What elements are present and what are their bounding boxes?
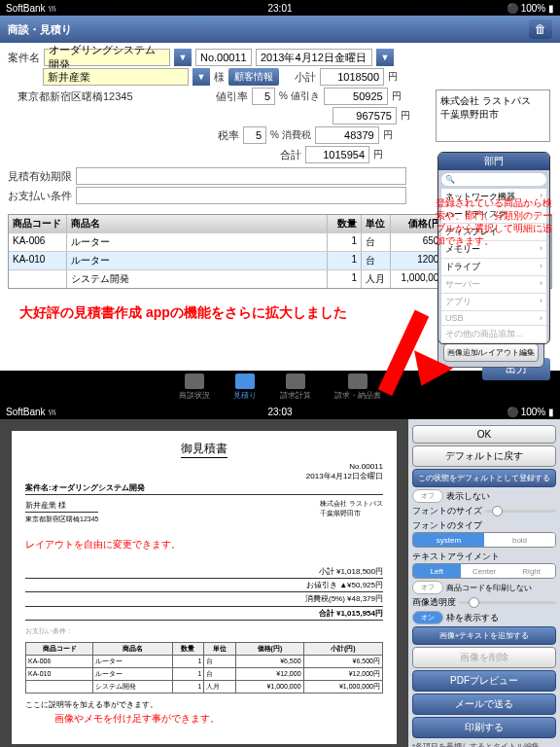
anken-label: 案件名: [8, 51, 40, 65]
arrow-annotation: [414, 313, 430, 401]
category-popup: 部門 🔍 ネットワーク機器› ハードディスク› ディスプレイ› メモリー› ドラ…: [438, 152, 550, 344]
tax-pct[interactable]: 5: [243, 126, 266, 144]
hide-toggle[interactable]: オフ: [412, 489, 443, 503]
popup-title: 部門: [438, 153, 549, 170]
status-bar: SoftBank ᯾ 23:01 ⚫ 100% ▮: [0, 0, 560, 16]
nocode-toggle[interactable]: オフ: [412, 581, 443, 594]
opacity-slider[interactable]: [459, 601, 556, 604]
date-field[interactable]: 2013年4月12日金曜日: [256, 49, 372, 66]
status-bar-2: SoftBank ᯾ 23:03 ⚫ 100% ▮: [0, 404, 560, 419]
after-discount: 967575: [332, 107, 397, 124]
font-size-slider[interactable]: [485, 510, 556, 513]
nav-bar: 商談・見積り 🗑: [0, 16, 560, 43]
mail-send-button[interactable]: メールで送る: [412, 694, 556, 715]
customer-info-button[interactable]: 顧客情報: [228, 68, 279, 86]
align-segment[interactable]: LeftCenterRight: [412, 563, 556, 579]
no-field[interactable]: No.00011: [195, 49, 252, 66]
lower-screenshot: 御見積書 No.000112013年4月12日金曜日 案件名:オーダリングシステ…: [0, 419, 560, 747]
doc-red-note-2: 画像やメモを付け足す事ができます。: [54, 712, 383, 726]
ok-button[interactable]: OK: [412, 425, 556, 444]
document[interactable]: 御見積書 No.000112013年4月12日金曜日 案件名:オーダリングシステ…: [12, 431, 397, 744]
delete-image-button[interactable]: 画像を削除: [412, 647, 556, 668]
frame-toggle[interactable]: オン: [412, 611, 443, 624]
tab-invoice[interactable]: 請求・納品書: [334, 374, 381, 401]
save-default-button[interactable]: この状態をデフォルトとして登録する: [412, 469, 556, 487]
popup-item[interactable]: USB›: [441, 311, 546, 326]
tax-field: 48379: [315, 126, 379, 144]
settings-panel: OK デフォルトに戻す この状態をデフォルトとして登録する オフ表示しない フォ…: [408, 419, 560, 747]
customer-box: 株式会社 ラストパス 千葉県野田市: [436, 89, 550, 142]
doc-summary: 小計 ¥1,018,500円 お値引き ▲¥50,925円 消費税(5%) ¥4…: [25, 565, 383, 621]
address: 東京都新宿区曙橋12345: [18, 89, 212, 104]
trash-icon[interactable]: 🗑: [529, 19, 552, 39]
red-annotation: 登録されている商品から検索や、部門、分類別のテーブルから選択して明細に追加できま…: [436, 196, 552, 247]
popup-search[interactable]: 🔍: [441, 173, 546, 186]
date-dropdown[interactable]: ▼: [376, 49, 394, 66]
add-image-button[interactable]: 画像+テキストを追加する: [412, 626, 556, 645]
popup-item[interactable]: アプリ›: [441, 294, 546, 311]
total-field: 1015954: [305, 146, 369, 163]
company-dropdown[interactable]: ▼: [192, 68, 210, 86]
side-footnote: *各項目を長押しするとタイトル編集: [412, 741, 556, 747]
reset-button[interactable]: デフォルトに戻す: [412, 445, 556, 467]
tax-label: 税率: [218, 128, 239, 143]
expiry-label: 見積有効期限: [8, 169, 72, 184]
anken-field[interactable]: オーダリングシステム開発: [44, 49, 170, 66]
anken-dropdown[interactable]: ▼: [174, 49, 192, 66]
pdf-preview-button[interactable]: PDFプレビュー: [412, 670, 556, 692]
doc-table: 商品コード商品名数量単位価格(円)小計(円) KA-006ルーター1台¥6,50…: [25, 642, 383, 694]
popup-item[interactable]: サーバー›: [441, 276, 546, 294]
expiry-field[interactable]: [76, 167, 406, 185]
discount-label: 値引率: [216, 89, 248, 104]
layout-button[interactable]: 画像追加/レイアウト編集: [443, 343, 539, 362]
form-area: 案件名 オーダリングシステム開発 ▼ No.00011 2013年4月12日金曜…: [0, 43, 560, 210]
payment-label: お支払い条件: [8, 189, 72, 203]
subtotal-label: 小計: [295, 70, 316, 85]
discount-pct[interactable]: 5: [252, 88, 275, 105]
doc-title: 御見積書: [181, 441, 228, 458]
subtotal-field: 1018500: [320, 68, 384, 86]
doc-red-note-1: レイアウトを自由に変更できます。: [25, 538, 383, 551]
discount-field: 50925: [324, 88, 388, 105]
document-preview-area: 御見積書 No.000112013年4月12日金曜日 案件名:オーダリングシステ…: [0, 419, 408, 747]
popup-item[interactable]: その他の商品追加...: [441, 326, 546, 343]
tab-estimate[interactable]: 見積り: [233, 374, 257, 401]
company-field[interactable]: 新井産業: [43, 68, 189, 86]
tab-billing[interactable]: 請求計算: [280, 374, 311, 401]
contact-label: 様: [214, 70, 225, 85]
popup-item[interactable]: ドライブ›: [441, 259, 546, 276]
payment-field[interactable]: [76, 187, 406, 204]
doc-anken: 案件名:オーダリングシステム開発: [25, 481, 383, 495]
tab-negotiations[interactable]: 商談状況: [179, 374, 210, 401]
print-do-button[interactable]: 印刷する: [412, 717, 556, 738]
total-label: 合計: [280, 148, 301, 162]
font-type-segment[interactable]: systembold: [412, 532, 556, 548]
nav-title: 商談・見積り: [8, 22, 72, 37]
tab-bar: 商談状況 見積り 請求計算 請求・納品書: [0, 371, 560, 404]
